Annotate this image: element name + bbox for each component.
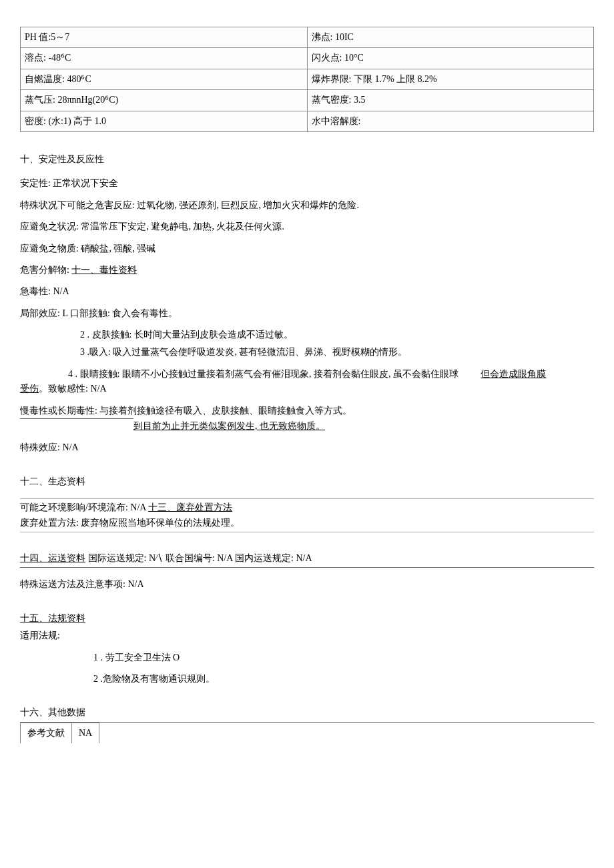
local-effect-4: 4 . 眼睛接触: 眼睛不小心接触过量接着剂蒸气会有催泪现象, 接着剂会黏住眼皮…	[68, 369, 458, 379]
chronic-toxicity-note: 到目前为止并无类似案例发生, 也无致癌物质。	[133, 419, 594, 434]
flash-cell: 闪火点: 10°C	[307, 48, 594, 69]
section-10-title: 十、安定性及反应性	[20, 152, 594, 167]
special-reaction-text: 特殊状况下可能之危害反应: 过氧化物, 强还原剂, 巨烈反应, 增加火灾和爆炸的…	[20, 198, 594, 213]
environment-box: 可能之环境影响/环境流布: N/A 十三、废弃处置方法 废弃处置方法: 废弃物应…	[20, 498, 594, 532]
vapor-density-cell: 蒸气密度: 3.5	[307, 90, 594, 111]
special-shipping-text: 特殊运送方法及注意事项: N/A	[20, 577, 594, 592]
section-13-title: 十三、废弃处置方法	[148, 502, 232, 512]
section-14-line: 十四、运送资料 国际运送规定: N∕∖ 联合国编号: N/A 国内运送规定: N…	[20, 551, 594, 568]
melting-cell: 溶点: -48⁶C	[21, 48, 308, 69]
divider-line	[20, 722, 594, 723]
local-effect-3: 3 .吸入: 吸入过量蒸气会使呼吸道发炎, 甚有轻微流泪、鼻涕、视野模糊的情形。	[80, 345, 594, 360]
environment-text: 可能之环境影响/环境流布: N/A	[20, 502, 148, 512]
table-row: 蒸气压: 28πnnHg(20⁶C) 蒸气密度: 3.5	[21, 90, 594, 111]
stability-text: 安定性: 正常状况下安全	[20, 176, 594, 191]
avoid-conditions-text: 应避免之状况: 常温常压下安定, 避免静电, 加热, 火花及任何火源.	[20, 220, 594, 234]
section-16-title: 十六、其他数据	[20, 705, 594, 720]
law-list: 1 . 劳工安全卫生法 O 2 .危险物及有害物通识规则。	[93, 650, 594, 687]
section-11-title: 十一、毒性资料	[71, 265, 137, 275]
special-effects-text: 特殊效应: N/A	[20, 440, 594, 455]
properties-table: PH 值:5～7 沸点: 10IC 溶点: -48⁶C 闪火点: 10°C 自燃…	[20, 27, 594, 132]
acute-toxicity-text: 急毒性: N/A	[20, 284, 594, 299]
reference-label: 参考文献	[21, 723, 72, 743]
explosion-cell: 爆炸界限: 下限 1.7% 上限 8.2%	[307, 69, 594, 89]
boiling-cell: 沸点: 10IC	[307, 27, 594, 48]
local-effect-2: 2 . 皮肤接触: 长时间大量沾到皮肤会造成不适过敏。	[80, 328, 594, 342]
local-effect-4-line: 4 . 眼睛接触: 眼睛不小心接触过量接着剂蒸气会有催泪现象, 接着剂会黏住眼皮…	[68, 367, 594, 382]
local-effects-1: 局部效应: L 口部接触: 食入会有毒性。	[20, 306, 594, 321]
density-cell: 密度: (水:1) 高于 1.0	[21, 111, 308, 131]
section-14-title: 十四、运送资料	[20, 553, 85, 563]
disposal-text: 废弃处置方法: 废弃物应照当地环保单位的法规处理。	[20, 516, 594, 530]
environment-line: 可能之环境影响/环境流布: N/A 十三、废弃处置方法	[20, 500, 594, 515]
law-item-1: 1 . 劳工安全卫生法 O	[93, 650, 594, 665]
table-row: 自燃温度: 480⁶C 爆炸界限: 下限 1.7% 上限 8.2%	[21, 69, 594, 89]
divider-line	[20, 418, 133, 419]
reference-value: NA	[72, 723, 99, 743]
table-row: 参考文献 NA	[21, 723, 99, 743]
chronic-toxicity-text: 慢毒性或长期毒性: 与接着剂接触途径有吸入、皮肤接触、眼睛接触食入等方式。	[20, 404, 594, 418]
section-12-title: 十二、生态资料	[20, 474, 594, 489]
solubility-cell: 水中溶解度:	[307, 111, 594, 131]
autoignition-cell: 自燃温度: 480⁶C	[21, 69, 308, 89]
sensitization-text: 。致敏感性: N/A	[39, 384, 107, 394]
decomposition-line: 危害分解物: 十一、毒性资料	[20, 263, 594, 278]
law-item-2: 2 .危险物及有害物通识规则。	[93, 672, 594, 687]
injury-label: 受伤	[20, 384, 39, 394]
ph-cell: PH 值:5～7	[21, 27, 308, 48]
avoid-materials-text: 应避免之物质: 硝酸盐, 强酸, 强碱	[20, 242, 594, 256]
section-14-content: 国际运送规定: N∕∖ 联合国编号: N/A 国内运送规定: N/A	[85, 553, 312, 563]
table-row: 密度: (水:1) 高于 1.0 水中溶解度:	[21, 111, 594, 131]
vapor-pressure-cell: 蒸气压: 28πnnHg(20⁶C)	[21, 90, 308, 111]
local-effects-list: 2 . 皮肤接触: 长时间大量沾到皮肤会造成不适过敏。 3 .吸入: 吸入过量蒸…	[80, 328, 594, 360]
table-row: 溶点: -48⁶C 闪火点: 10°C	[21, 48, 594, 69]
applicable-law-label: 适用法规:	[20, 628, 594, 643]
injury-line: 受伤。致敏感性: N/A	[20, 382, 594, 396]
decomposition-label: 危害分解物:	[20, 265, 71, 275]
local-effect-4-trail: 但会造成眼角膜	[481, 369, 546, 379]
table-row: PH 值:5～7 沸点: 10IC	[21, 27, 594, 48]
reference-table: 参考文献 NA	[20, 723, 99, 743]
section-15-title: 十五、法规资料	[20, 611, 594, 626]
